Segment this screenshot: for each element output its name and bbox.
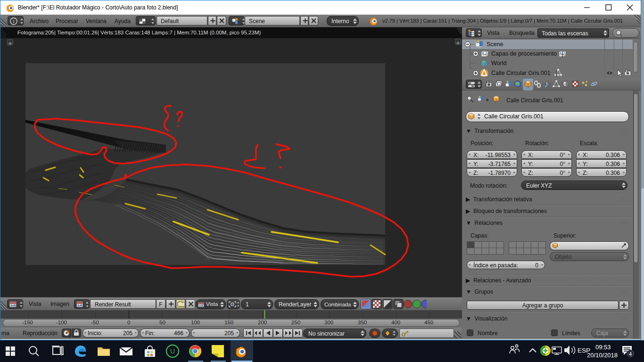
svg-text:20/10/2018: 20/10/2018 — [587, 352, 618, 359]
svg-text:U: U — [170, 347, 175, 355]
svg-text:09:53: 09:53 — [595, 344, 611, 351]
svg-text:i: i — [13, 18, 14, 24]
svg-text:4: 4 — [629, 351, 632, 357]
